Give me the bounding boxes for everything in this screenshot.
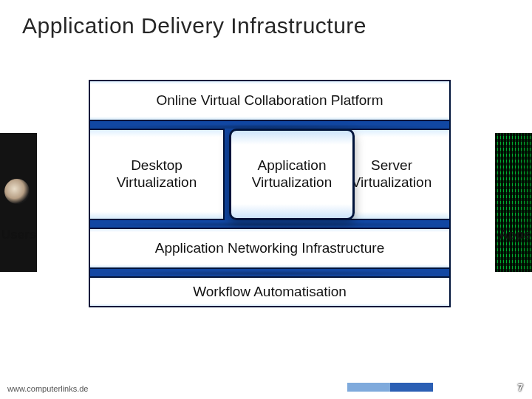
footer-color-bars: [347, 383, 433, 392]
divider-shadow: [89, 222, 451, 228]
box-workflow-automatisation: Workflow Automatisation: [89, 276, 451, 307]
box-desktop-virtualization: DesktopVirtualization: [89, 129, 225, 220]
slide-root: Application Delivery Infrastructure Onli…: [0, 0, 532, 399]
label-users: Users: [1, 228, 36, 242]
footer-url: www.computerlinks.de: [7, 384, 88, 393]
box-application-virtualization: ApplicationVirtualization: [229, 129, 355, 220]
box-label: Online Virtual Collaboration Platform: [149, 89, 391, 112]
image-apps-matrix: [495, 133, 532, 272]
box-label: Application Networking Infrastructure: [148, 237, 392, 260]
footer-bar-dark: [390, 383, 433, 392]
box-label: ServerVirtualization: [344, 154, 439, 194]
label-apps: Apps: [499, 228, 531, 242]
footer: www.computerlinks.de 7: [0, 375, 532, 399]
box-online-platform: Online Virtual Collaboration Platform: [89, 80, 451, 121]
box-label: Workflow Automatisation: [185, 281, 354, 304]
footer-page-number: 7: [508, 382, 523, 393]
box-label: DesktopVirtualization: [109, 154, 204, 194]
page-title: Application Delivery Infrastructure: [22, 13, 366, 38]
image-user-face: [0, 133, 37, 272]
divider-shadow: [89, 270, 451, 276]
box-application-networking: Application Networking Infrastructure: [89, 228, 451, 269]
footer-bar-light: [347, 383, 390, 392]
box-label: ApplicationVirtualization: [245, 154, 339, 194]
